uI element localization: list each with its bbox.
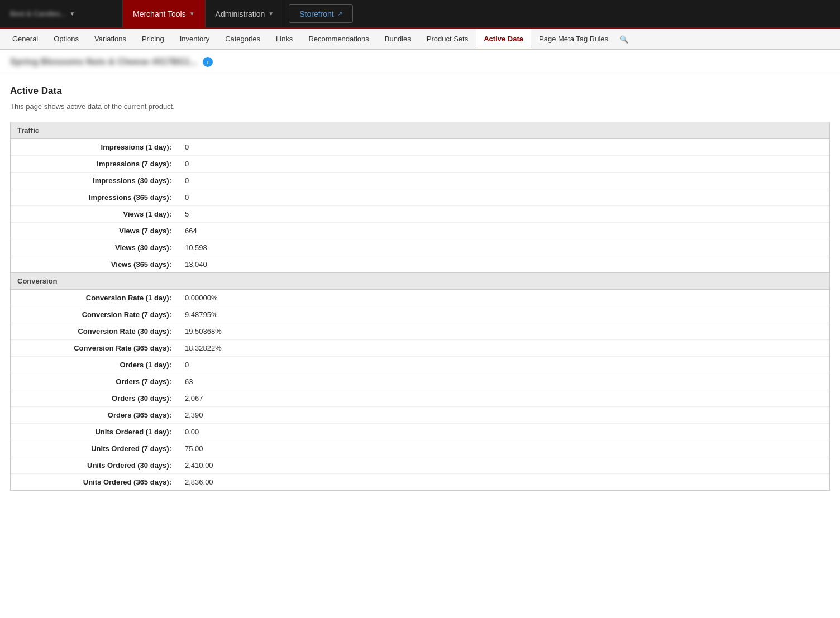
table-row: Units Ordered (30 days): 2,410.00: [11, 457, 829, 474]
row-value: 0: [178, 139, 195, 155]
row-label: Conversion Rate (30 days):: [11, 323, 178, 339]
tab-active-data[interactable]: Active Data: [476, 29, 531, 50]
product-name: Spring Blossoms Nuts & Cheese #017BG1...: [10, 57, 197, 67]
row-value: 2,410.00: [178, 457, 220, 473]
row-value: 0: [178, 173, 195, 189]
row-label: Units Ordered (30 days):: [11, 457, 178, 473]
row-value: 664: [178, 223, 204, 239]
row-value: 0: [178, 189, 195, 205]
tab-options[interactable]: Options: [46, 29, 87, 50]
tab-bundles[interactable]: Bundles: [377, 29, 419, 50]
site-selector-label: Best & Candles...: [10, 9, 66, 18]
row-label: Views (1 day):: [11, 206, 178, 222]
table-row: Orders (365 days): 2,390: [11, 407, 829, 424]
row-label: Conversion Rate (365 days):: [11, 340, 178, 356]
row-value: 0: [178, 156, 195, 172]
conversion-section: Conversion Conversion Rate (1 day): 0.00…: [10, 273, 830, 491]
row-label: Views (7 days):: [11, 223, 178, 239]
table-row: Conversion Rate (30 days): 19.50368%: [11, 323, 829, 340]
tab-navigation: General Options Variations Pricing Inven…: [0, 29, 840, 50]
table-row: Impressions (365 days): 0: [11, 189, 829, 206]
traffic-section-header: Traffic: [11, 122, 829, 139]
top-navigation: Best & Candles... ▼ Merchant Tools ▼ Adm…: [0, 0, 840, 29]
row-value: 9.48795%: [178, 306, 225, 323]
row-label: Impressions (7 days):: [11, 156, 178, 172]
row-value: 5: [178, 206, 195, 222]
page-description: This page shows active data of the curre…: [10, 102, 830, 111]
tab-general[interactable]: General: [4, 29, 46, 50]
tab-recommendations[interactable]: Recommendations: [300, 29, 376, 50]
tab-categories[interactable]: Categories: [217, 29, 268, 50]
row-label: Orders (30 days):: [11, 390, 178, 406]
tab-variations[interactable]: Variations: [87, 29, 134, 50]
row-label: Conversion Rate (7 days):: [11, 306, 178, 323]
row-label: Orders (1 day):: [11, 357, 178, 373]
table-row: Impressions (7 days): 0: [11, 156, 829, 173]
row-label: Impressions (365 days):: [11, 189, 178, 205]
search-tab-icon[interactable]: 🔍: [616, 31, 632, 48]
row-value: 75.00: [178, 440, 210, 457]
storefront-nav[interactable]: Storefront ↗: [289, 4, 352, 23]
page-title: Active Data: [10, 85, 830, 97]
row-label: Units Ordered (1 day):: [11, 424, 178, 440]
product-title-bar: Spring Blossoms Nuts & Cheese #017BG1...…: [0, 50, 840, 74]
merchant-tools-chevron: ▼: [189, 11, 195, 17]
external-link-icon: ↗: [337, 10, 342, 17]
main-content: Active Data This page shows active data …: [0, 74, 840, 502]
row-value: 18.32822%: [178, 340, 228, 356]
row-label: Orders (365 days):: [11, 407, 178, 423]
administration-label: Administration: [216, 9, 265, 18]
row-label: Impressions (30 days):: [11, 173, 178, 189]
tab-inventory[interactable]: Inventory: [172, 29, 217, 50]
table-row: Orders (7 days): 63: [11, 373, 829, 390]
storefront-label: Storefront: [299, 9, 333, 18]
table-row: Views (30 days): 10,598: [11, 239, 829, 256]
tab-page-meta-tag-rules[interactable]: Page Meta Tag Rules: [531, 29, 616, 50]
traffic-rows: Impressions (1 day): 0 Impressions (7 da…: [11, 139, 829, 272]
row-value: 19.50368%: [178, 323, 228, 339]
table-row: Views (7 days): 664: [11, 223, 829, 239]
table-row: Conversion Rate (7 days): 9.48795%: [11, 306, 829, 323]
row-value: 10,598: [178, 239, 214, 256]
table-row: Impressions (30 days): 0: [11, 173, 829, 189]
row-label: Views (365 days):: [11, 256, 178, 272]
conversion-rows: Conversion Rate (1 day): 0.00000% Conver…: [11, 290, 829, 490]
table-row: Views (365 days): 13,040: [11, 256, 829, 272]
traffic-section: Traffic Impressions (1 day): 0 Impressio…: [10, 122, 830, 273]
table-row: Views (1 day): 5: [11, 206, 829, 223]
administration-nav[interactable]: Administration ▼: [206, 0, 285, 27]
row-value: 0.00: [178, 424, 206, 440]
row-value: 0: [178, 357, 195, 373]
row-label: Conversion Rate (1 day):: [11, 290, 178, 306]
site-selector[interactable]: Best & Candles... ▼: [0, 0, 123, 27]
row-value: 63: [178, 373, 199, 390]
row-label: Views (30 days):: [11, 239, 178, 256]
table-row: Conversion Rate (1 day): 0.00000%: [11, 290, 829, 306]
table-row: Orders (1 day): 0: [11, 357, 829, 373]
row-label: Orders (7 days):: [11, 373, 178, 390]
row-value: 2,836.00: [178, 474, 220, 490]
table-row: Impressions (1 day): 0: [11, 139, 829, 156]
merchant-tools-label: Merchant Tools: [133, 9, 186, 18]
merchant-tools-nav[interactable]: Merchant Tools ▼: [123, 0, 206, 27]
row-value: 2,067: [178, 390, 210, 406]
site-selector-chevron: ▼: [69, 11, 75, 17]
table-row: Units Ordered (365 days): 2,836.00: [11, 474, 829, 490]
row-value: 2,390: [178, 407, 210, 423]
row-label: Units Ordered (365 days):: [11, 474, 178, 490]
table-row: Orders (30 days): 2,067: [11, 390, 829, 407]
table-row: Units Ordered (7 days): 75.00: [11, 440, 829, 457]
row-value: 0.00000%: [178, 290, 225, 306]
info-icon[interactable]: i: [203, 57, 213, 67]
tab-pricing[interactable]: Pricing: [134, 29, 172, 50]
table-row: Units Ordered (1 day): 0.00: [11, 424, 829, 440]
conversion-section-header: Conversion: [11, 273, 829, 290]
row-label: Units Ordered (7 days):: [11, 440, 178, 457]
row-value: 13,040: [178, 256, 214, 272]
tab-product-sets[interactable]: Product Sets: [419, 29, 476, 50]
administration-chevron: ▼: [268, 11, 274, 17]
table-row: Conversion Rate (365 days): 18.32822%: [11, 340, 829, 357]
row-label: Impressions (1 day):: [11, 139, 178, 155]
tab-links[interactable]: Links: [268, 29, 300, 50]
